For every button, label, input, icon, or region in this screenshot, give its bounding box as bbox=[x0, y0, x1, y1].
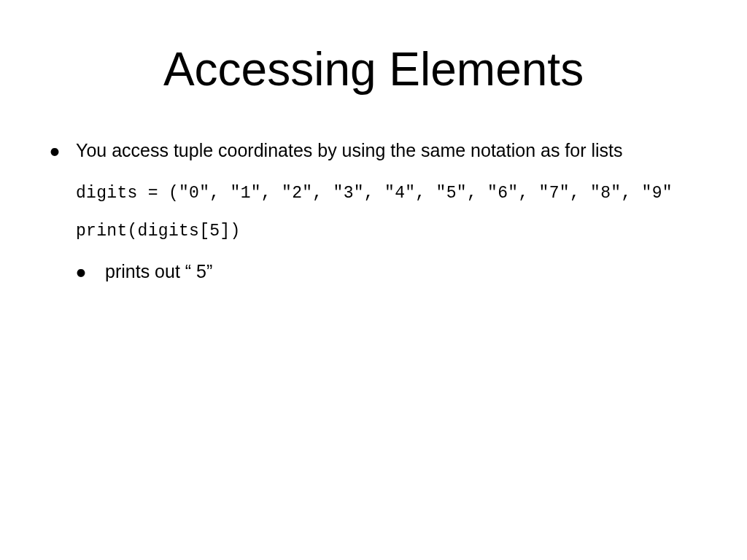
code-line-2: print(digits[5]) bbox=[76, 222, 740, 241]
slide-title: Accessing Elements bbox=[0, 42, 747, 96]
slide: Accessing Elements • You access tuple co… bbox=[0, 0, 747, 560]
code-line-1: digits = ("0", "1", "2", "3", "4", "5", … bbox=[76, 184, 740, 203]
bullet-text-2: prints out “ 5” bbox=[105, 260, 212, 284]
bullet-item-1: • You access tuple coordinates by using … bbox=[50, 139, 740, 163]
bullet-text-1: You access tuple coordinates by using th… bbox=[76, 139, 623, 163]
slide-content: • You access tuple coordinates by using … bbox=[50, 139, 740, 284]
bullet-icon: • bbox=[50, 143, 63, 160]
bullet-item-2: • prints out “ 5” bbox=[76, 260, 740, 284]
bullet-icon: • bbox=[76, 264, 89, 281]
